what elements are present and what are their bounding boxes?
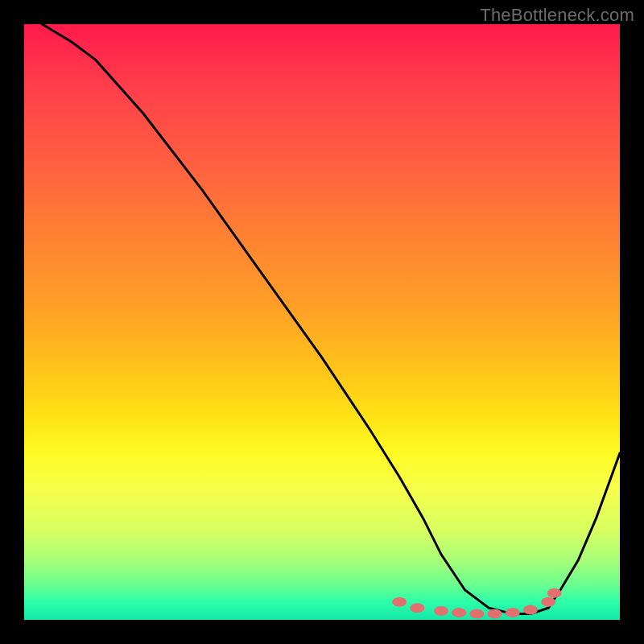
watermark-text: TheBottleneck.com — [480, 5, 634, 26]
marker-dot — [410, 603, 424, 613]
marker-dot — [523, 605, 538, 614]
marker-dot — [541, 597, 555, 607]
highlight-dots — [392, 588, 561, 619]
marker-dot — [452, 608, 466, 617]
bottleneck-curve — [42, 24, 620, 614]
marker-dot — [434, 606, 448, 616]
chart-frame: TheBottleneck.com — [0, 0, 644, 644]
marker-dot — [392, 597, 407, 607]
curve-layer — [24, 24, 620, 620]
marker-dot — [469, 609, 484, 619]
marker-dot — [488, 609, 502, 619]
marker-dot — [506, 608, 520, 617]
marker-dot — [547, 588, 562, 598]
plot-area — [24, 24, 620, 620]
